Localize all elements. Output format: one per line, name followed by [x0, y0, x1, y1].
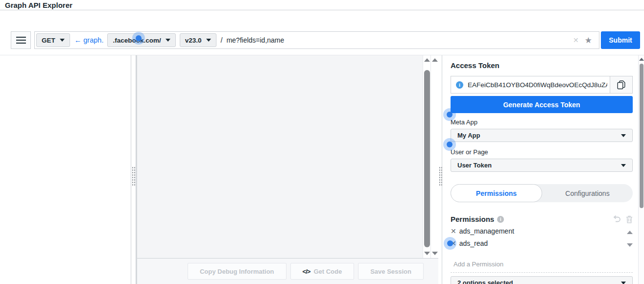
favorite-star-icon[interactable]: ★	[585, 35, 592, 46]
app-header: Graph API Explorer	[0, 0, 644, 10]
scrollbar-thumb[interactable]	[424, 70, 430, 247]
panel-scrollbar[interactable]	[431, 55, 438, 258]
response-scrollbar[interactable]	[423, 55, 431, 258]
request-toolbar: GET ← graph. .facebook.com/ v23.0 / ✕ ★ …	[0, 31, 644, 49]
permission-row: ✕ ads_read	[451, 239, 488, 247]
tab-configurations[interactable]: Configurations	[542, 184, 633, 202]
copy-debug-button[interactable]: Copy Debug Information	[188, 263, 286, 280]
page-scrollbar[interactable]	[638, 55, 644, 284]
copy-token-button[interactable]	[610, 76, 632, 93]
scroll-down-icon[interactable]	[424, 252, 430, 255]
trash-icon[interactable]	[626, 215, 633, 223]
add-permission-input[interactable]: Add a Permission	[453, 260, 503, 268]
copy-debug-label: Copy Debug Information	[200, 268, 274, 275]
submit-button[interactable]: Submit	[601, 31, 640, 49]
host-prefix-label: ← graph.	[74, 36, 104, 44]
tab-bar: Permissions Configurations	[451, 184, 633, 202]
dashed-divider	[451, 272, 633, 273]
access-token-value: EAFeiCbB41OYBO4D0fiWqBdeovOEcQdJ8uZA6sSA…	[468, 81, 607, 89]
tab-permissions[interactable]: Permissions	[451, 184, 542, 202]
undo-icon[interactable]	[613, 215, 621, 223]
scroll-up-icon[interactable]	[627, 231, 633, 234]
grip-dots-icon	[132, 166, 135, 186]
path-separator: /	[221, 36, 223, 44]
response-footer: Copy Debug Information </> Get Code Save…	[137, 258, 439, 284]
request-bar: GET ← graph. .facebook.com/ v23.0 / ✕ ★	[34, 31, 599, 49]
permissions-header-row: Permissions i	[451, 215, 633, 223]
api-version-value: v23.0	[185, 37, 202, 44]
save-session-label: Save Session	[370, 268, 411, 275]
meta-app-select[interactable]: My App	[451, 129, 633, 142]
get-code-label: Get Code	[313, 268, 342, 275]
token-info-icon[interactable]: i	[456, 81, 463, 89]
scrollbar-thumb[interactable]	[640, 64, 644, 208]
hamburger-icon	[16, 37, 26, 38]
chevron-down-icon	[166, 39, 170, 42]
scroll-down-icon[interactable]	[432, 252, 438, 255]
save-session-button[interactable]: Save Session	[358, 263, 424, 280]
http-method-value: GET	[42, 37, 55, 44]
permission-row: ✕ ads_management	[451, 227, 514, 235]
chevron-down-icon	[206, 39, 211, 42]
permission-label: ads_read	[459, 239, 488, 247]
api-version-dropdown[interactable]: v23.0	[180, 33, 216, 47]
http-method-dropdown[interactable]: GET	[36, 33, 70, 47]
access-token-panel: Access Token i EAFeiCbB41OYBO4D0fiWqBdeo…	[442, 55, 638, 284]
request-path-input[interactable]	[226, 36, 573, 44]
clear-path-icon[interactable]: ✕	[573, 36, 579, 44]
generate-access-token-button[interactable]: Generate Access Token	[451, 96, 633, 113]
scroll-up-icon[interactable]	[424, 58, 430, 62]
meta-app-label: Meta App	[451, 118, 477, 126]
permissions-heading: Permissions	[451, 215, 494, 223]
chevron-down-icon	[621, 134, 626, 137]
permission-label: ads_management	[459, 227, 514, 235]
response-panel: Copy Debug Information </> Get Code Save…	[136, 55, 438, 284]
grip-dots-icon	[439, 166, 442, 186]
access-token-heading: Access Token	[451, 61, 500, 70]
panel-resize-handle[interactable]	[438, 55, 442, 284]
left-sidebar-panel	[0, 55, 131, 284]
response-viewer	[137, 55, 424, 258]
scroll-down-icon[interactable]	[627, 243, 633, 247]
menu-button[interactable]	[11, 31, 31, 49]
options-selected-select[interactable]: 2 options selected	[451, 276, 633, 284]
permissions-info-icon[interactable]: i	[497, 216, 504, 223]
remove-permission-icon[interactable]: ✕	[451, 227, 456, 235]
user-or-page-label: User or Page	[451, 148, 488, 156]
user-or-page-select[interactable]: User Token	[451, 159, 633, 172]
chevron-down-icon	[60, 39, 65, 42]
permission-list-scroll[interactable]	[626, 231, 633, 247]
host-domain-value: .facebook.com/	[113, 37, 161, 44]
user-or-page-value: User Token	[457, 162, 492, 169]
scroll-up-icon[interactable]	[639, 58, 644, 61]
host-domain-dropdown[interactable]: .facebook.com/	[107, 33, 175, 47]
page-title: Graph API Explorer	[5, 1, 72, 9]
scroll-up-icon[interactable]	[432, 58, 438, 62]
access-token-field[interactable]: i EAFeiCbB41OYBO4D0fiWqBdeovOEcQdJ8uZA6s…	[451, 76, 633, 94]
get-code-button[interactable]: </> Get Code	[290, 263, 355, 280]
panel-resize-handle[interactable]	[131, 55, 136, 284]
copy-icon	[617, 80, 625, 90]
options-selected-value: 2 options selected	[457, 279, 513, 284]
chevron-down-icon	[621, 282, 626, 284]
code-icon: </>	[303, 268, 310, 275]
meta-app-value: My App	[457, 132, 480, 139]
remove-permission-icon[interactable]: ✕	[451, 239, 456, 247]
chevron-down-icon	[621, 164, 626, 167]
